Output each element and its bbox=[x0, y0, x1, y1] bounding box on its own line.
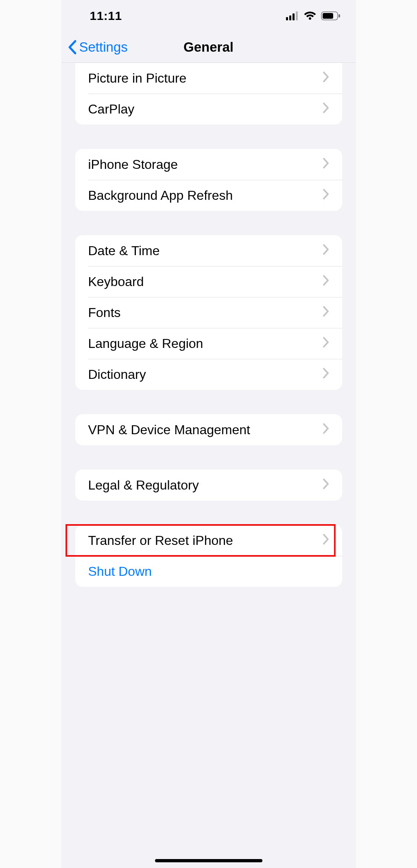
chevron-right-icon bbox=[323, 243, 329, 258]
battery-icon bbox=[321, 11, 341, 21]
wifi-icon bbox=[303, 11, 317, 21]
chevron-right-icon bbox=[323, 274, 329, 289]
phone-screen: 11:11 bbox=[61, 0, 356, 868]
settings-row-label: Fonts bbox=[88, 305, 323, 320]
settings-row-label: Legal & Regulatory bbox=[88, 478, 323, 493]
chevron-right-icon bbox=[323, 478, 329, 493]
svg-rect-2 bbox=[293, 13, 295, 20]
settings-group: Legal & Regulatory bbox=[75, 470, 342, 501]
settings-row[interactable]: iPhone Storage bbox=[75, 149, 342, 180]
svg-rect-0 bbox=[286, 17, 288, 20]
settings-row[interactable]: CarPlay bbox=[75, 94, 342, 125]
settings-row[interactable]: Dictionary bbox=[75, 359, 342, 390]
settings-row[interactable]: Keyboard bbox=[75, 266, 342, 297]
settings-group: Date & TimeKeyboardFontsLanguage & Regio… bbox=[75, 235, 342, 390]
settings-group: iPhone StorageBackground App Refresh bbox=[75, 149, 342, 211]
settings-row-label: iPhone Storage bbox=[88, 157, 323, 172]
svg-rect-6 bbox=[338, 14, 340, 17]
chevron-right-icon bbox=[323, 336, 329, 351]
status-bar: 11:11 bbox=[61, 0, 356, 32]
chevron-right-icon bbox=[323, 533, 329, 548]
settings-group: Picture in PictureCarPlay bbox=[75, 63, 342, 125]
page-title: General bbox=[183, 39, 234, 55]
settings-row-label: Shut Down bbox=[88, 564, 323, 579]
settings-group: Transfer or Reset iPhoneShut Down bbox=[75, 525, 342, 587]
settings-row[interactable]: Fonts bbox=[75, 297, 342, 328]
settings-row[interactable]: VPN & Device Management bbox=[75, 414, 342, 445]
chevron-right-icon bbox=[323, 102, 329, 117]
chevron-right-icon bbox=[323, 305, 329, 320]
settings-row[interactable]: Background App Refresh bbox=[75, 180, 342, 211]
settings-row-label: Background App Refresh bbox=[88, 188, 323, 203]
svg-rect-5 bbox=[323, 13, 333, 19]
settings-row[interactable]: Language & Region bbox=[75, 328, 342, 359]
chevron-right-icon bbox=[323, 367, 329, 382]
settings-row-label: Picture in Picture bbox=[88, 71, 323, 86]
settings-content[interactable]: Picture in PictureCarPlayiPhone StorageB… bbox=[61, 63, 356, 868]
settings-row[interactable]: Shut Down bbox=[75, 556, 342, 587]
svg-rect-3 bbox=[296, 11, 298, 20]
settings-row[interactable]: Transfer or Reset iPhone bbox=[75, 525, 342, 556]
chevron-right-icon bbox=[323, 157, 329, 172]
settings-row-label: Date & Time bbox=[88, 243, 323, 258]
settings-group: VPN & Device Management bbox=[75, 414, 342, 445]
cellular-icon bbox=[286, 11, 299, 20]
chevron-right-icon bbox=[323, 422, 329, 437]
settings-row-label: Keyboard bbox=[88, 274, 323, 289]
chevron-right-icon bbox=[323, 71, 329, 86]
settings-row[interactable]: Legal & Regulatory bbox=[75, 470, 342, 501]
settings-row[interactable]: Date & Time bbox=[75, 235, 342, 266]
home-indicator[interactable] bbox=[155, 859, 262, 862]
settings-row-label: Dictionary bbox=[88, 367, 323, 382]
status-time: 11:11 bbox=[75, 9, 122, 23]
settings-row-label: VPN & Device Management bbox=[88, 422, 323, 437]
settings-row-label: CarPlay bbox=[88, 102, 323, 117]
svg-rect-1 bbox=[289, 15, 291, 20]
back-button[interactable]: Settings bbox=[67, 39, 128, 55]
chevron-left-icon bbox=[67, 39, 78, 55]
nav-bar: Settings General bbox=[61, 32, 356, 63]
settings-row[interactable]: Picture in Picture bbox=[75, 63, 342, 94]
chevron-right-icon bbox=[323, 188, 329, 203]
settings-row-label: Language & Region bbox=[88, 336, 323, 351]
status-indicators bbox=[286, 11, 342, 21]
settings-row-label: Transfer or Reset iPhone bbox=[88, 533, 323, 548]
back-label: Settings bbox=[79, 39, 128, 55]
